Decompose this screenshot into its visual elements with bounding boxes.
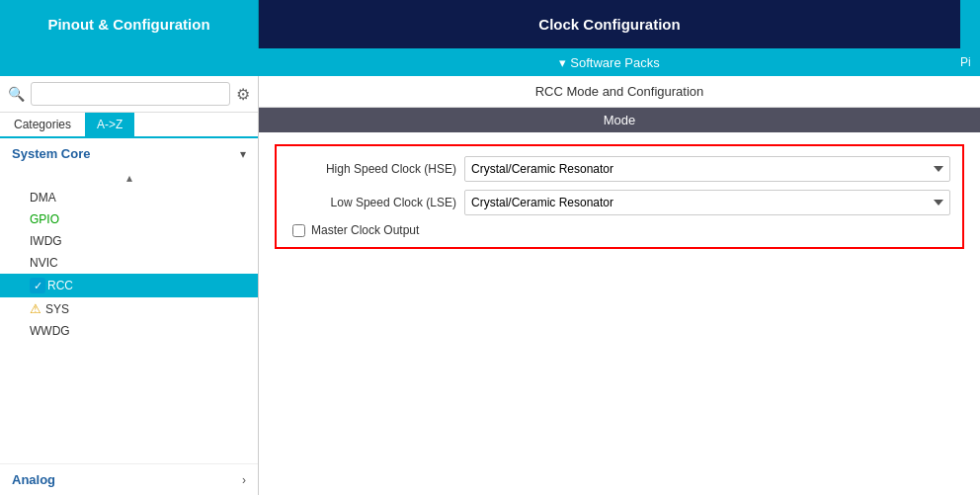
sidebar-items: DMA GPIO IWDG NVIC ✓RCC ⚠ SYS WWDG <box>0 187 258 342</box>
search-bar: 🔍 ⚙ <box>0 76 258 113</box>
sub-header-left <box>0 48 259 76</box>
hse-select[interactable]: Crystal/Ceramic Resonator Disable BYPASS… <box>464 156 950 182</box>
system-core-chevron <box>240 147 246 161</box>
pinout-header: Pinout & Configuration <box>0 0 259 48</box>
lse-select[interactable]: Crystal/Ceramic Resonator Disable BYPASS… <box>464 190 950 215</box>
scroll-up-arrow[interactable]: ▴ <box>0 169 258 187</box>
rcc-mode-title: RCC Mode and Configuration <box>259 76 980 108</box>
clock-header: Clock Configuration <box>259 0 960 48</box>
master-clock-checkbox[interactable] <box>292 224 305 237</box>
gear-icon[interactable]: ⚙ <box>236 85 250 104</box>
sidebar-item-sys[interactable]: ⚠ SYS <box>0 297 258 320</box>
tab-categories[interactable]: Categories <box>0 113 85 136</box>
master-clock-label: Master Clock Output <box>311 223 419 237</box>
tab-az[interactable]: A->Z <box>85 113 134 136</box>
analog-section[interactable]: Analog <box>0 463 258 495</box>
rcc-check-icon: ✓ <box>30 278 45 293</box>
mode-header: Mode <box>259 108 980 132</box>
content-area: RCC Mode and Configuration Mode High Spe… <box>259 76 980 495</box>
sidebar-item-gpio[interactable]: GPIO <box>0 208 258 230</box>
hse-label: High Speed Clock (HSE) <box>288 162 456 176</box>
system-core-section[interactable]: System Core <box>0 138 258 169</box>
sidebar-item-iwdg[interactable]: IWDG <box>0 230 258 252</box>
config-box: High Speed Clock (HSE) Crystal/Ceramic R… <box>275 144 964 249</box>
system-core-label: System Core <box>12 146 90 161</box>
analog-label: Analog <box>12 472 55 487</box>
header-right <box>960 0 980 48</box>
sidebar-item-wwdg[interactable]: WWDG <box>0 320 258 342</box>
sub-header-right: Pi <box>960 48 980 76</box>
lse-label: Low Speed Clock (LSE) <box>288 196 456 209</box>
search-input[interactable] <box>31 82 230 106</box>
lse-row: Low Speed Clock (LSE) Crystal/Ceramic Re… <box>288 190 950 215</box>
chevron-down-icon: ▾ <box>559 55 566 70</box>
sidebar-item-rcc[interactable]: ✓RCC <box>0 274 258 297</box>
analog-chevron <box>242 473 246 487</box>
sidebar-item-dma[interactable]: DMA <box>0 187 258 208</box>
master-clock-row: Master Clock Output <box>288 223 950 237</box>
up-arrow-icon: ▴ <box>126 171 132 185</box>
sidebar-tabs: Categories A->Z <box>0 113 258 138</box>
pin-label: Pi <box>960 55 971 69</box>
hse-row: High Speed Clock (HSE) Crystal/Ceramic R… <box>288 156 950 182</box>
sub-header-middle[interactable]: ▾ Software Packs <box>259 48 960 76</box>
search-icon: 🔍 <box>8 86 25 102</box>
sidebar: 🔍 ⚙ Categories A->Z System Core ▴ DMA GP… <box>0 76 259 495</box>
warning-icon: ⚠ <box>30 301 41 316</box>
sidebar-item-nvic[interactable]: NVIC <box>0 252 258 274</box>
